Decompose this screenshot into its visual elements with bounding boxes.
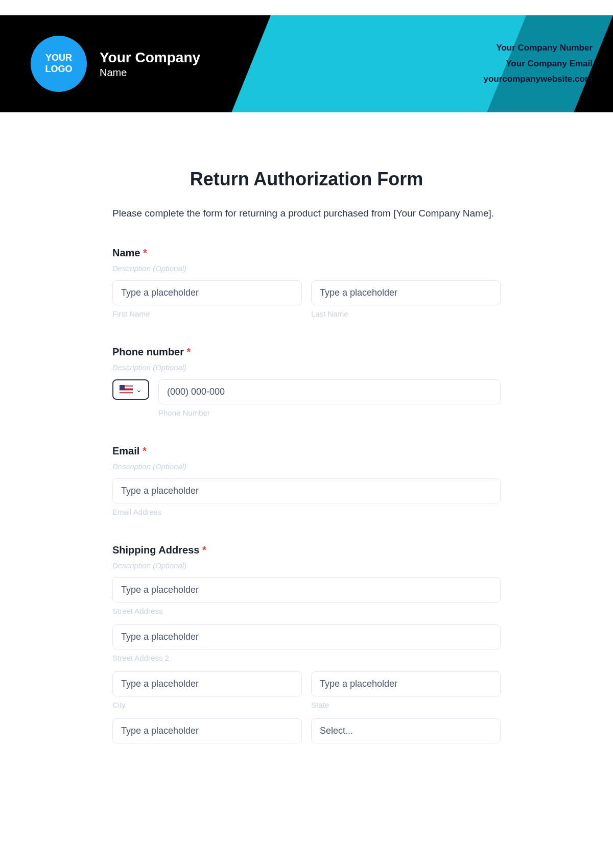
street2-input[interactable] [112, 624, 501, 649]
email-input[interactable] [112, 478, 501, 503]
us-flag-icon [120, 385, 133, 394]
page-title: Return Authorization Form [112, 168, 501, 190]
first-name-input[interactable] [112, 280, 302, 305]
state-input[interactable] [311, 671, 501, 696]
city-sublabel: City [112, 701, 302, 709]
name-hint: Description (Optional) [112, 264, 501, 273]
company-phone: Your Company Number [483, 40, 593, 56]
last-name-sublabel: Last Name [311, 309, 501, 318]
form-container: Return Authorization Form Please complet… [92, 112, 521, 792]
phone-input[interactable] [158, 379, 501, 404]
email-sublabel: Email Address [112, 508, 501, 516]
address-label: Shipping Address * [112, 544, 501, 556]
address-hint: Description (Optional) [112, 561, 501, 570]
phone-hint: Description (Optional) [112, 363, 501, 372]
required-mark: * [143, 247, 147, 258]
required-mark: * [202, 544, 206, 556]
company-name-line2: Name [100, 67, 200, 79]
phone-field-group: Phone number * Description (Optional) ⌄ … [112, 346, 501, 417]
form-description: Please complete the form for returning a… [112, 208, 501, 219]
address-field-group: Shipping Address * Description (Optional… [112, 544, 501, 743]
last-name-input[interactable] [311, 280, 501, 305]
phone-sublabel: Phone Number [158, 408, 501, 417]
name-field-group: Name * Description (Optional) First Name… [112, 247, 501, 318]
street2-sublabel: Street Address 2 [112, 654, 501, 662]
country-select[interactable] [311, 718, 501, 743]
name-label: Name * [112, 247, 501, 259]
street1-sublabel: Street Address [112, 607, 501, 615]
company-name-line1: Your Company [100, 50, 200, 66]
email-label: Email * [112, 445, 501, 457]
country-code-selector[interactable]: ⌄ [112, 379, 149, 400]
chevron-down-icon: ⌄ [136, 385, 142, 394]
street1-input[interactable] [112, 577, 501, 602]
company-name-block: Your Company Name [100, 50, 200, 79]
required-mark: * [187, 346, 191, 357]
page-header: YOUR LOGO Your Company Name Your Company… [0, 15, 613, 112]
phone-label: Phone number * [112, 346, 501, 358]
email-field-group: Email * Description (Optional) Email Add… [112, 445, 501, 516]
company-logo: YOUR LOGO [31, 36, 87, 92]
logo-text-line1: YOUR [45, 53, 72, 64]
state-sublabel: State [311, 701, 501, 709]
header-bg-diagonal-2 [231, 15, 526, 112]
zip-input[interactable] [112, 718, 302, 743]
city-input[interactable] [112, 671, 302, 696]
company-info-block: Your Company Number Your Company Email y… [483, 40, 593, 87]
company-email: Your Company Email [483, 56, 593, 72]
email-hint: Description (Optional) [112, 462, 501, 471]
company-website: yourcompanywebsite.com [483, 71, 593, 87]
first-name-sublabel: First Name [112, 309, 302, 318]
logo-text-line2: LOGO [45, 64, 73, 75]
required-mark: * [143, 445, 147, 456]
